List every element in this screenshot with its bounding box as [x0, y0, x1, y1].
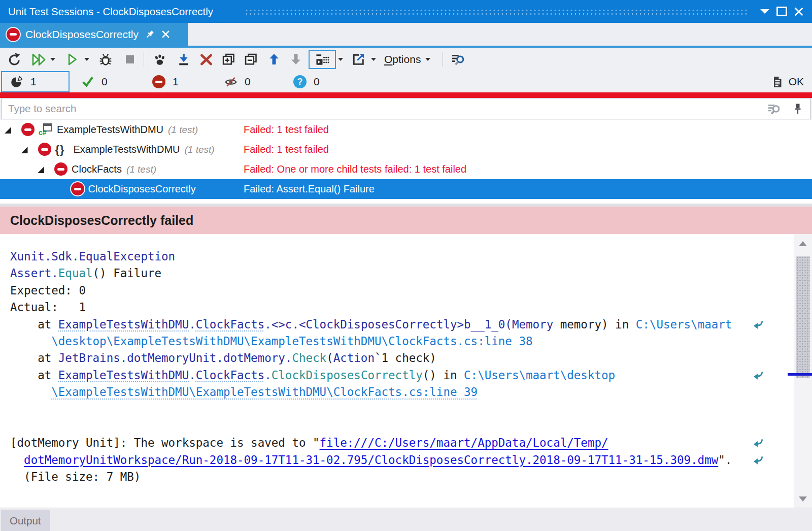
group-by-button[interactable] — [309, 50, 336, 69]
chevron-down-icon — [371, 58, 376, 61]
workspace-link[interactable]: file:///C:/Users/maart/AppData/Local/Tem… — [320, 436, 608, 449]
profile-with-dotmemory-button[interactable] — [151, 51, 170, 68]
chevron-down-icon — [84, 58, 89, 61]
stack-trace-text: Xunit.Sdk.EqualException — [10, 250, 175, 263]
stack-trace: Xunit.Sdk.EqualExceptionAssert.Equal() F… — [10, 248, 792, 485]
session-state: OK — [771, 71, 804, 92]
pin-search-button[interactable] — [792, 103, 804, 117]
stack-trace-text — [10, 335, 51, 348]
debug-tests-button[interactable] — [96, 51, 115, 68]
pin-icon[interactable] — [144, 29, 155, 40]
group-by-dropdown[interactable] — [335, 51, 346, 68]
stack-trace-text: at — [10, 318, 58, 331]
remove-tests-button[interactable] — [196, 51, 216, 68]
expander-icon[interactable] — [5, 127, 11, 134]
remove-tests-from-session-button[interactable] — [241, 51, 260, 68]
run-all-tests-button[interactable] — [28, 51, 49, 68]
scrollbar-thumb[interactable] — [796, 256, 810, 378]
stack-trace-line — [10, 418, 792, 435]
stack-trace-text: ExampleTestsWithDMU — [58, 369, 189, 382]
paw-icon — [153, 52, 167, 67]
document-icon — [771, 75, 784, 89]
test-count: (1 test) — [126, 164, 156, 175]
window-position-menu-button[interactable] — [756, 0, 774, 23]
navigate-to-source-icon[interactable] — [752, 454, 764, 466]
remove-window-icon — [244, 52, 258, 67]
stack-trace-text: at — [10, 351, 58, 364]
stack-trace-text: ClockDisposesCorrectly — [272, 369, 423, 382]
previous-test-button[interactable] — [264, 51, 284, 68]
filter-tests-button[interactable] — [448, 51, 467, 68]
navigate-to-source-icon[interactable] — [752, 369, 764, 381]
expander-icon[interactable] — [38, 167, 44, 173]
close-tab-icon[interactable] — [161, 29, 171, 39]
append-tests-to-session-button[interactable] — [219, 51, 238, 68]
stack-trace-text: ( — [326, 351, 333, 364]
scroll-down-arrow-icon[interactable] — [799, 496, 807, 502]
source-file-link[interactable]: \desktop\ExampleTestsWithDMU\ExampleTest… — [51, 335, 532, 348]
import-session-button[interactable] — [174, 51, 193, 68]
navigate-to-source-icon[interactable] — [752, 318, 764, 330]
export-dropdown[interactable] — [368, 51, 379, 68]
run-dropdown[interactable] — [81, 51, 92, 68]
test-tree-row[interactable]: ClockFacts(1 test)Failed: One or more ch… — [0, 159, 812, 179]
counter-failed[interactable]: 1 — [146, 71, 179, 92]
stack-trace-text: ) in — [601, 318, 636, 331]
filter-search-icon — [451, 52, 465, 67]
stack-trace-text — [10, 385, 51, 399]
stack-trace-text: . — [189, 369, 196, 382]
expander-icon[interactable] — [21, 147, 28, 153]
run-all-dropdown[interactable] — [47, 51, 58, 68]
search-box — [1, 98, 811, 119]
stack-trace-text: . — [264, 369, 272, 382]
question-icon: ? — [293, 75, 307, 88]
stack-trace-line: (File size: 7 MB) — [10, 469, 792, 485]
search-filter-button[interactable] — [767, 102, 781, 118]
stack-trace-line: Assert.Equal() Failure — [10, 265, 792, 282]
chevron-down-icon — [425, 58, 430, 61]
scroll-up-arrow-icon[interactable] — [799, 241, 807, 246]
splitter[interactable] — [0, 199, 812, 204]
test-tree-row[interactable]: {}ExampleTestsWithDMU(1 test)Failed: 1 t… — [0, 140, 812, 159]
search-input[interactable] — [2, 98, 810, 119]
failed-progress-bar — [0, 92, 812, 98]
workspace-link[interactable]: dotMemoryUnitWorkspace/Run-2018-09-17T11… — [24, 453, 718, 467]
stack-trace-line: at ExampleTestsWithDMU.ClockFacts.<>c.<C… — [10, 316, 792, 333]
source-file-link[interactable]: C:\Users\maart — [636, 318, 732, 331]
options-button[interactable]: Options — [384, 48, 430, 71]
total-count: 1 — [30, 76, 37, 88]
source-file-link[interactable]: \ExampleTestsWithDMU\ExampleTestsWithDMU… — [51, 385, 478, 399]
test-tree-row[interactable]: ClockDisposesCorrectlyFailed: Assert.Equ… — [0, 179, 812, 199]
run-icon — [65, 52, 79, 67]
run-tests-button[interactable] — [62, 51, 82, 68]
source-file-link[interactable]: C:\Users\maart\desktop — [464, 369, 615, 382]
stack-trace-line: Actual: 1 — [10, 299, 792, 316]
repeat-tests-button[interactable] — [5, 51, 24, 68]
navigate-to-source-icon[interactable] — [752, 437, 764, 448]
counter-inconclusive[interactable]: ? 0 — [287, 71, 320, 92]
stack-trace-text: ClockFacts — [196, 318, 264, 331]
counter-passed[interactable]: 0 — [75, 71, 108, 92]
output-tab-label: Output — [10, 515, 41, 527]
test-tree-row[interactable]: c#ExampleTestsWithDMU(1 test)Failed: 1 t… — [0, 120, 812, 140]
counter-total[interactable]: 1 — [1, 71, 70, 92]
export-button[interactable] — [349, 51, 368, 68]
drag-grip-texture[interactable] — [245, 9, 747, 15]
stack-trace-text: Assert. — [10, 267, 58, 280]
toolbar-separator — [443, 52, 443, 67]
stack-trace-line: at JetBrains.dotMemoryUnit.dotMemory.Che… — [10, 350, 792, 367]
refresh-icon — [8, 53, 21, 67]
test-tree: c#ExampleTestsWithDMU(1 test)Failed: 1 t… — [0, 120, 812, 199]
test-count: (1 test) — [185, 144, 215, 155]
stack-trace-text: Check — [292, 351, 326, 364]
maximize-button[interactable] — [772, 0, 791, 23]
counter-ignored[interactable]: 0 — [218, 71, 251, 92]
arrow-up-icon — [267, 52, 281, 67]
close-icon — [793, 6, 804, 17]
failed-count: 1 — [173, 76, 179, 88]
close-window-button[interactable] — [790, 0, 808, 23]
tab-output[interactable]: Output — [1, 510, 50, 531]
toolbar: Options — [0, 48, 812, 71]
vertical-scrollbar[interactable] — [794, 234, 812, 508]
session-tab[interactable]: ClockDisposesCorrectly — [0, 23, 188, 46]
